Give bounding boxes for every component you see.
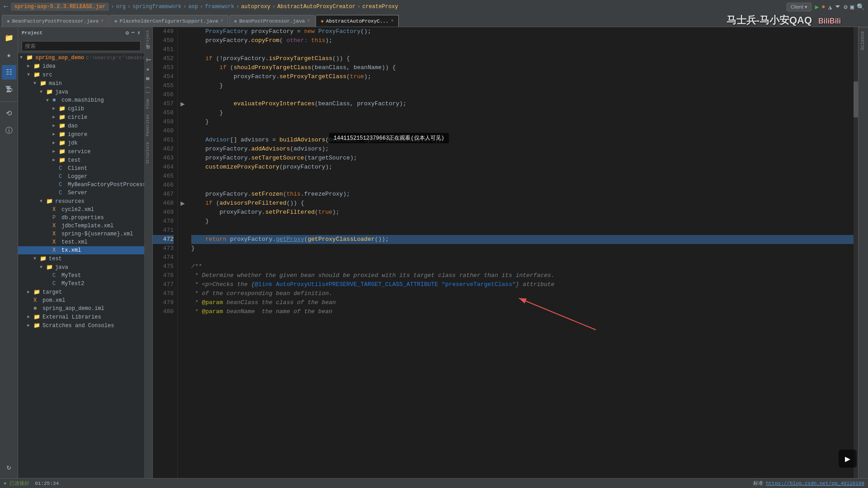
folder-java[interactable]: ▼ 📁 java	[18, 88, 144, 96]
class-logger[interactable]: ► C Logger	[18, 173, 144, 181]
folder-icon-cglib: 📁	[59, 105, 66, 112]
arrow-cglib: ►	[52, 106, 59, 111]
arrow-mashibing: ▼	[46, 98, 52, 103]
label-T[interactable]: T	[145, 55, 152, 64]
folder-test-inner[interactable]: ► 📁 test	[18, 156, 144, 164]
folder-jdk[interactable]: ► 📁 jdk	[18, 139, 144, 147]
file-pomxml[interactable]: ► X pom.xml	[18, 296, 144, 305]
gear-icon[interactable]: ⚙	[126, 29, 129, 37]
back-icon[interactable]: ←	[4, 3, 8, 11]
label-hexagon[interactable]: ⯀	[145, 74, 152, 84]
bc-springframework[interactable]: springframework	[132, 4, 181, 10]
class-icon-logger: C	[59, 174, 66, 180]
flow-icon[interactable]: ↻	[2, 460, 16, 474]
status-connection: ● 已连接好	[4, 480, 29, 487]
minimize-icon[interactable]: −	[131, 29, 135, 37]
folder-idea[interactable]: ► 📁 idea	[18, 62, 144, 70]
class-mybeanfactory[interactable]: ► C MyBeanFactoryPostProcessor	[18, 181, 144, 189]
run-icon[interactable]: ▶	[815, 3, 819, 11]
label-project[interactable]: Project	[145, 27, 152, 50]
tab-beanpost[interactable]: ◆ BeanPostProcessor.java ×	[229, 15, 315, 27]
folder-main[interactable]: ▼ 📁 main	[18, 79, 144, 88]
label-square[interactable]: ■	[145, 64, 152, 74]
play-button[interactable]: ▶	[839, 450, 857, 468]
info-icon[interactable]: ⓘ	[2, 123, 16, 138]
sidebar-header: Project ⚙ − ⬆	[18, 27, 144, 39]
file-txxml[interactable]: ► X tx.xml	[18, 246, 144, 254]
bc-framework[interactable]: framework	[205, 4, 234, 10]
folder-java-test[interactable]: ▼ 📁 java	[18, 263, 144, 272]
database-icon[interactable]: 🗜	[2, 82, 16, 97]
folder-service[interactable]: ► 📁 service	[18, 147, 144, 156]
structure-icon[interactable]: ☷	[2, 65, 16, 80]
label-flow[interactable]: Flow	[145, 96, 152, 112]
bc-class[interactable]: AbstractAutoProxyCreator	[277, 4, 355, 10]
file-dbprops[interactable]: ► P db.properties	[18, 214, 144, 222]
bc-method[interactable]: createProxy	[362, 4, 398, 10]
arrow-java: ▼	[40, 89, 46, 94]
tab-abstractautoproxy[interactable]: ◆ AbstractAutoProxyC... ×	[316, 15, 398, 27]
scrollbar-thumb[interactable]	[854, 81, 858, 117]
arrow-service: ►	[52, 149, 59, 154]
file-cycle2[interactable]: ► X cycle2.xml	[18, 206, 144, 214]
file-jdbc[interactable]: ► X jdbcTemplate.xml	[18, 222, 144, 230]
label-favorites[interactable]: Favorites	[145, 112, 152, 139]
folder-resources[interactable]: ▼ 📁 resources	[18, 197, 144, 206]
folder-test-outer[interactable]: ▼ 📁 test	[18, 254, 144, 263]
package-mashibing[interactable]: ▼ ■ com.mashibing	[18, 96, 144, 104]
folder-dao[interactable]: ► 📁 dao	[18, 122, 144, 130]
folder-cglib[interactable]: ► 📁 cglib	[18, 104, 144, 113]
csdn-link[interactable]: https://blog.csdn.net/qq_48110108	[766, 481, 864, 486]
tab-close-1[interactable]: ×	[101, 19, 104, 23]
more-run-icon[interactable]: ⏷	[835, 3, 841, 11]
settings-icon[interactable]: ⚙	[844, 3, 847, 11]
tab-beanfactory[interactable]: ◆ BeanFactoryPostProcessor.java ×	[2, 15, 108, 27]
coverage-icon[interactable]: ◮	[828, 3, 832, 11]
tab-icon-2: ◆	[114, 18, 118, 24]
window-icon[interactable]: ▣	[850, 3, 854, 11]
code-line-473: }	[191, 244, 854, 253]
label-brace[interactable]: { }	[145, 84, 152, 96]
project-icon[interactable]: 📁	[2, 31, 16, 45]
scrollbar-vertical[interactable]	[854, 27, 858, 478]
tab-close-3[interactable]: ×	[307, 19, 310, 23]
bc-autoproxy[interactable]: autoproxy	[241, 4, 270, 10]
file-testxml[interactable]: ► X test.xml	[18, 238, 144, 246]
folder-circle[interactable]: ► 📁 circle	[18, 113, 144, 122]
label-structure-side[interactable]: Structure	[145, 139, 152, 167]
class-mytest2[interactable]: ► C MyTest2	[18, 280, 144, 288]
sidebar-header-icons: ⚙ − ⬆	[126, 29, 141, 37]
folder-ignore[interactable]: ► 📁 ignore	[18, 130, 144, 139]
client-button[interactable]: Client ▾	[787, 3, 811, 11]
label-extlibs: External Libraries	[42, 314, 101, 320]
tab-close-4[interactable]: ×	[391, 19, 394, 23]
label-basics[interactable]: 基础	[145, 50, 152, 55]
breadcrumb: spring-aop-5.2.3.RELEASE.jar › org › spr…	[11, 3, 398, 11]
search-icon[interactable]: 🔍	[857, 3, 864, 11]
folder-external-libs[interactable]: ► 📁 External Libraries	[18, 313, 144, 321]
tab-placeholder[interactable]: ◆ PlaceholderConfigurerSupport.java ×	[109, 15, 228, 27]
expand-icon[interactable]: ⬆	[137, 29, 141, 37]
search-input[interactable]	[22, 41, 141, 51]
class-client[interactable]: ► C Client	[18, 164, 144, 173]
undo-icon[interactable]: ⟲	[2, 106, 16, 121]
right-vert-labels: Science	[858, 27, 868, 478]
label-service: service	[68, 149, 90, 155]
bookmark-icon[interactable]: ★	[2, 48, 16, 62]
class-mytest[interactable]: ► C MyTest	[18, 272, 144, 280]
debug-icon[interactable]: ●	[821, 3, 825, 11]
file-iml[interactable]: ► ■ spring_aop_demo.iml	[18, 305, 144, 313]
folder-target[interactable]: ► 📁 target	[18, 288, 144, 296]
class-server[interactable]: ► C Server	[18, 189, 144, 197]
code-content[interactable]: ProxyFactory proxyFactory = new ProxyFac…	[188, 27, 854, 478]
right-label-science[interactable]: Science	[859, 27, 868, 54]
file-spring-user[interactable]: ► X spring-${username}.xml	[18, 230, 144, 238]
jar-label[interactable]: spring-aop-5.2.3.RELEASE.jar	[11, 3, 109, 11]
folder-src[interactable]: ▼ 📁 src	[18, 70, 144, 79]
folder-scratches[interactable]: ► 📁 Scratches and Consoles	[18, 321, 144, 330]
bc-org[interactable]: org	[116, 4, 126, 10]
bc-aop[interactable]: aop	[189, 4, 198, 10]
label-test-inner: test	[68, 157, 81, 164]
project-root[interactable]: ▼ 📁 spring_aop_demo C:\Users\p'c'\Deskto…	[18, 53, 144, 62]
tab-close-2[interactable]: ×	[221, 19, 223, 23]
